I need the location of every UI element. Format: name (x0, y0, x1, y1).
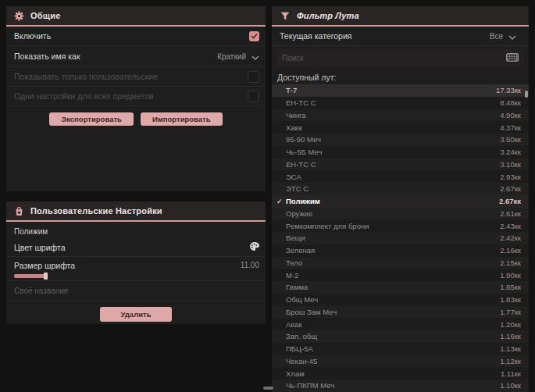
bag-icon (14, 206, 24, 216)
loot-item-name: Гамма (286, 283, 308, 291)
loot-item-value: 2.42кк (500, 233, 521, 242)
loot-item-value: 1.13кк (500, 344, 521, 353)
list-item[interactable]: Т-7 17.33кк (272, 84, 529, 97)
list-item[interactable]: М-2 1.90кк (272, 269, 529, 281)
loot-item-name: Чинга (286, 111, 305, 119)
list-item[interactable]: ЕН-ТС С 3.10кк (272, 159, 529, 171)
loot-item-name: Т-7 (286, 86, 297, 94)
loot-item-name: Авак (286, 320, 302, 329)
custom-panel-header: Пользовательские Настройки (6, 201, 266, 222)
list-item[interactable]: ЕН-ТС С 8.48кк (272, 97, 529, 109)
list-item[interactable]: ЭСА 2.93кк (272, 170, 529, 183)
horizontal-scrollbar-thumb[interactable] (263, 387, 273, 390)
custom-name-row (6, 281, 266, 301)
list-item[interactable]: Хлам 1.11кк (272, 367, 529, 380)
loot-item-value: 2.16кк (500, 246, 521, 255)
loot-item-name: Хавк (286, 123, 302, 132)
list-item[interactable]: Гамма 1.85кк (272, 281, 529, 294)
only-custom-label: Показывать только пользовательские (14, 72, 158, 81)
font-size-value: 11.00 (241, 261, 259, 269)
loot-item-value: 1.77кк (500, 308, 521, 316)
list-item[interactable]: Вещи 2.42кк (272, 232, 529, 244)
list-item[interactable]: Чь-ПКПМ Меч 1.10кк (272, 380, 529, 392)
list-item[interactable]: Общ Меч 1.83кк (272, 294, 529, 306)
list-item[interactable]: Зеленая 2.16кк (272, 244, 529, 257)
loot-item-name: Чь-ПКПМ Меч (286, 381, 334, 390)
loot-item-name: Тело (286, 258, 302, 267)
only-custom-checkbox[interactable] (248, 71, 259, 83)
palette-icon[interactable] (249, 241, 259, 255)
import-button[interactable]: Импортировать (141, 112, 223, 126)
slider-fill (14, 274, 45, 278)
enable-checkbox[interactable] (249, 31, 259, 41)
list-item[interactable]: Чинга 4.90кк (272, 109, 529, 122)
slider-knob[interactable] (44, 273, 48, 280)
selected-item-name: Полижим (6, 222, 266, 239)
filter-panel-header: Фильтр Лута (272, 6, 529, 27)
list-item[interactable]: Оружие 2.61кк (272, 208, 529, 220)
export-button[interactable]: Экспортировать (49, 112, 133, 126)
filter-panel-title: Фильтр Лута (297, 11, 359, 20)
loot-item-value: 1.11кк (501, 369, 521, 378)
loot-item-name: ЭТС С (286, 184, 309, 193)
search-input[interactable] (282, 54, 501, 62)
export-import-row: Экспортировать Импортировать (6, 106, 266, 126)
show-name-label: Показать имя как (14, 52, 80, 61)
delete-button[interactable]: Удалить (100, 307, 172, 322)
loot-item-name: ЭСА (286, 173, 301, 181)
list-item[interactable]: Ремкомплект для брони 2.43кк (272, 219, 529, 232)
enable-row: Включить (6, 27, 266, 46)
funnel-icon (280, 11, 291, 21)
list-item[interactable]: Чекан-45 1.12кк (272, 355, 529, 368)
list-item[interactable]: Хавк 4.37кк (272, 121, 529, 134)
font-size-row: Размер шрифта 11.00 (6, 257, 266, 281)
list-item[interactable]: Тело 2.15кк (272, 257, 529, 269)
loot-item-name: Зап. общ (286, 332, 317, 340)
single-settings-label: Одни настройки для всех предметов (14, 91, 154, 101)
list-item[interactable]: ПБЦ-5А 1.13кк (272, 343, 529, 355)
list-item[interactable]: ЭТС С 2.67кк (272, 183, 529, 195)
list-item[interactable]: ✓ Полижим 2.67кк (272, 195, 529, 208)
loot-item-name: Чекан-45 (286, 357, 317, 365)
loot-item-name: Зеленая (286, 246, 315, 255)
loot-item-name: М-2 (286, 271, 298, 280)
gear-icon (14, 11, 24, 21)
loot-item-value: 2.61кк (500, 209, 521, 218)
loot-item-value: 3.10кк (500, 160, 521, 169)
chevron-down-icon (508, 29, 516, 43)
loot-item-name: Хлам (286, 369, 305, 378)
loot-item-value: 1.20кк (500, 320, 521, 329)
delete-row: Удалить (6, 301, 266, 322)
list-item[interactable]: Авак 1.20кк (272, 318, 529, 330)
category-dropdown[interactable]: Все (490, 29, 516, 43)
custom-settings-panel: Пользовательские Настройки Полижим Цвет … (6, 201, 266, 324)
loot-item-name: Оружие (286, 209, 312, 218)
custom-name-input[interactable] (14, 287, 258, 295)
enable-label: Включить (14, 31, 51, 41)
loot-item-name: 95-90 Меч (286, 135, 321, 144)
list-item[interactable]: 95-90 Меч 3.50кк (272, 134, 529, 146)
general-panel-header: Общие (6, 6, 266, 27)
loot-item-value: 4.90кк (500, 111, 521, 119)
loot-item-value: 8.48кк (500, 98, 521, 107)
category-row: Текущая категория Все (272, 27, 529, 46)
loot-item-value: 1.90кк (500, 271, 521, 280)
font-size-slider[interactable] (14, 273, 52, 280)
general-settings-panel: Общие Включить Показать имя как Краткий … (6, 6, 266, 191)
list-item[interactable]: Чь-5Б Меч 3.24кк (272, 146, 529, 159)
list-item[interactable]: Брош Зам Меч 1.77кк (272, 306, 529, 319)
loot-item-value: 2.93кк (500, 173, 521, 181)
loot-item-value: 17.33кк (496, 86, 521, 94)
keyboard-icon[interactable] (506, 51, 519, 65)
list-item[interactable]: Зап. общ 1.16кк (272, 330, 529, 343)
loot-item-name: Вещи (286, 233, 305, 242)
single-settings-checkbox[interactable] (248, 91, 259, 102)
search-bar (276, 49, 524, 66)
loot-item-value: 2.67кк (499, 197, 521, 205)
category-value: Все (490, 32, 503, 41)
loot-item-value: 3.50кк (500, 135, 521, 144)
vertical-scrollbar-thumb[interactable] (525, 91, 528, 98)
show-name-dropdown[interactable]: Краткий (217, 49, 259, 63)
loot-item-name: ЕН-ТС С (286, 98, 316, 107)
show-name-value: Краткий (217, 52, 246, 61)
